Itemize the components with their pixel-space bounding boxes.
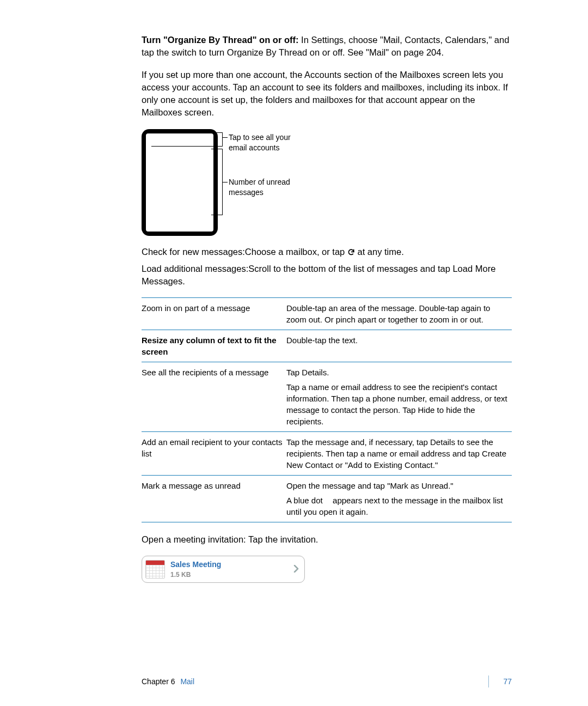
device-diagram: Tap to see all your email accounts Numbe…: [142, 129, 512, 236]
section-link[interactable]: Mail: [180, 677, 194, 686]
page-number: 77: [503, 677, 512, 686]
table-row: Zoom in on part of a message Double-tap …: [142, 297, 512, 330]
table-row: Resize any column of text to fit the scr…: [142, 330, 512, 362]
cell-action: See all the recipients of a message: [142, 362, 286, 431]
load-additional: Load additional messages:Scroll to the b…: [142, 263, 512, 288]
cell-desc: Tap the message and, if necessary, tap D…: [286, 431, 512, 475]
invite-title: Sales Meeting: [170, 559, 293, 570]
callout-unread: Number of unread messages: [222, 177, 305, 198]
check-new-messages: Check for new messages:Choose a mailbox,…: [142, 246, 512, 259]
table-row: Mark a message as unread Open the messag…: [142, 475, 512, 522]
chevron-right-icon: [293, 563, 299, 576]
chapter-label: Chapter 6: [142, 677, 175, 686]
cell-action: Add an email recipient to your contacts …: [142, 431, 286, 475]
bracket-unread: [211, 149, 223, 215]
paragraph-multi-account: If you set up more than one account, the…: [142, 69, 512, 119]
cell-action: Mark a message as unread: [142, 475, 286, 522]
actions-table: Zoom in on part of a message Double-tap …: [142, 297, 512, 522]
check-rest-b: at any time.: [355, 247, 404, 257]
check-rest-a: Choose a mailbox, or tap: [245, 247, 347, 257]
cell-desc: Double-tap an area of the message. Doubl…: [286, 297, 512, 330]
open-rest: Tap the invitation.: [248, 534, 318, 544]
paragraph-organize-thread: Turn "Organize By Thread" on or off: In …: [142, 34, 512, 59]
bracket-accounts: [151, 132, 223, 147]
cell-action: Resize any column of text to fit the scr…: [142, 330, 286, 362]
lead-bold: Turn "Organize By Thread" on or off:: [142, 35, 299, 45]
device-screen: [146, 133, 213, 232]
cell-action: Zoom in on part of a message: [142, 297, 286, 330]
open-lead: Open a meeting invitation:: [142, 534, 246, 544]
check-lead: Check for new messages:: [142, 247, 245, 257]
callout-accounts: Tap to see all your email accounts: [222, 132, 305, 154]
table-row: See all the recipients of a message Tap …: [142, 362, 512, 431]
cell-desc: Tap Details. Tap a name or email address…: [286, 362, 512, 431]
cell-desc: Double-tap the text.: [286, 330, 512, 362]
refresh-icon: [347, 247, 355, 259]
meeting-invitation-card[interactable]: Sales Meeting 1.5 KB: [142, 556, 305, 583]
calendar-icon: [145, 560, 165, 579]
open-invitation: Open a meeting invitation: Tap the invit…: [142, 533, 512, 546]
load-lead: Load additional messages:: [142, 264, 248, 273]
page-footer: Chapter 6 Mail 77: [142, 677, 512, 687]
cell-desc: Open the message and tap "Mark as Unread…: [286, 475, 512, 522]
table-row: Add an email recipient to your contacts …: [142, 431, 512, 475]
invite-size: 1.5 KB: [170, 570, 293, 580]
